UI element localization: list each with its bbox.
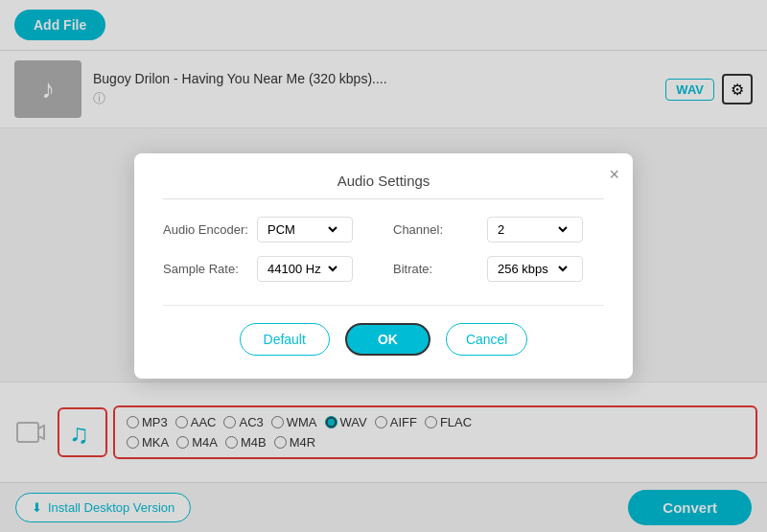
modal-close-button[interactable]: ×: [609, 165, 619, 185]
modal-title: Audio Settings: [163, 173, 604, 199]
modal-actions: Default OK Cancel: [163, 323, 604, 356]
bitrate-dropdown[interactable]: 256 kbps 128 kbps 320 kbps: [494, 261, 570, 277]
channel-label: Channel:: [393, 222, 479, 237]
cancel-button[interactable]: Cancel: [446, 323, 528, 356]
bitrate-label: Bitrate:: [393, 262, 479, 276]
bitrate-field: Bitrate: 256 kbps 128 kbps 320 kbps: [393, 256, 604, 282]
channel-field: Channel: 2 1: [393, 217, 604, 243]
modal-fields: Audio Encoder: PCM MP3 AAC Channel: 2 1: [163, 217, 604, 282]
audio-encoder-select[interactable]: PCM MP3 AAC: [257, 217, 353, 243]
channel-select[interactable]: 2 1: [487, 217, 583, 243]
sample-rate-select[interactable]: 44100 Hz 22050 Hz 48000 Hz: [257, 256, 353, 282]
audio-encoder-label: Audio Encoder:: [163, 222, 249, 237]
sample-rate-label: Sample Rate:: [163, 262, 249, 276]
ok-button[interactable]: OK: [345, 323, 430, 356]
audio-encoder-dropdown[interactable]: PCM MP3 AAC: [264, 221, 340, 238]
sample-rate-dropdown[interactable]: 44100 Hz 22050 Hz 48000 Hz: [264, 261, 340, 277]
audio-settings-modal: × Audio Settings Audio Encoder: PCM MP3 …: [134, 153, 633, 379]
channel-dropdown[interactable]: 2 1: [494, 221, 570, 238]
default-button[interactable]: Default: [240, 323, 330, 356]
modal-separator: [163, 305, 604, 306]
modal-overlay: × Audio Settings Audio Encoder: PCM MP3 …: [0, 0, 767, 532]
audio-encoder-field: Audio Encoder: PCM MP3 AAC: [163, 217, 374, 243]
sample-rate-field: Sample Rate: 44100 Hz 22050 Hz 48000 Hz: [163, 256, 374, 282]
bitrate-select[interactable]: 256 kbps 128 kbps 320 kbps: [487, 256, 583, 282]
